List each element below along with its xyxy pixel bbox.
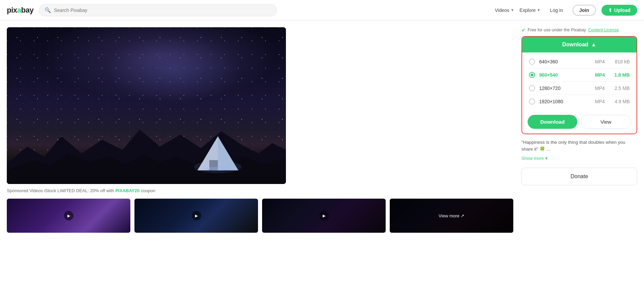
description-text: "Happiness is the only thing that double… — [521, 139, 637, 153]
nav-right: Videos ▼ Explore ▼ Log in Join ⬆ Upload — [495, 5, 637, 16]
view-more-label: View more ↗ — [390, 199, 513, 233]
upload-button[interactable]: ⬆ Upload — [601, 5, 637, 16]
radio-960[interactable] — [529, 72, 535, 78]
chevron-down-icon: ▼ — [537, 8, 541, 12]
option-row-3[interactable]: 1280×720 MP4 2.5 MB — [528, 82, 631, 95]
video-icon-1: ▶ — [64, 211, 74, 220]
thumbnail-1[interactable]: ▶ — [7, 199, 130, 233]
resolution-1280: 1280×720 — [539, 86, 591, 91]
upload-icon: ⬆ — [608, 7, 612, 13]
size-640: 818 kB — [613, 59, 630, 64]
size-1920: 4.9 MB — [613, 99, 630, 104]
explore-dropdown[interactable]: Explore ▼ — [519, 7, 540, 13]
chevron-down-icon: ▼ — [511, 8, 514, 12]
milky-way — [7, 27, 286, 121]
radio-1280[interactable] — [529, 85, 535, 91]
svg-point-6 — [204, 167, 231, 171]
resolution-960: 960×540 — [539, 72, 591, 78]
search-input[interactable] — [54, 7, 271, 13]
size-1280: 2.5 MB — [613, 86, 630, 91]
login-button[interactable]: Log in — [546, 5, 567, 15]
night-sky-image — [7, 27, 286, 184]
coupon-code[interactable]: PIXABAY20 — [115, 188, 140, 193]
option-row-4[interactable]: 1920×1080 MP4 4.9 MB — [528, 95, 631, 108]
view-button[interactable]: View — [581, 115, 631, 129]
video-icon-3: ▶ — [319, 211, 329, 220]
format-640: MP4 — [595, 59, 609, 64]
chevron-up-icon: ▲ — [591, 42, 596, 48]
option-row-1[interactable]: 640×360 MP4 818 kB — [528, 55, 631, 68]
resolution-640: 640×360 — [539, 59, 591, 64]
download-panel: Download ▲ 640×360 MP4 818 kB 960×540 MP… — [521, 36, 637, 134]
join-button[interactable]: Join — [573, 5, 596, 16]
format-1280: MP4 — [595, 86, 609, 91]
format-960: MP4 — [595, 72, 609, 78]
tent — [191, 133, 245, 174]
license-bar: ✔ Free for use under the Pixabay Content… — [521, 27, 637, 33]
svg-marker-4 — [218, 136, 238, 170]
download-toggle-button[interactable]: Download ▲ — [522, 37, 637, 52]
thumbnail-2[interactable]: ▶ — [134, 199, 258, 233]
download-button[interactable]: Download — [528, 115, 577, 129]
media-type-dropdown[interactable]: Videos ▼ — [495, 7, 514, 13]
logo[interactable]: pixabay — [7, 6, 33, 15]
chevron-down-icon: ▾ — [545, 156, 548, 161]
header: pixabay 🔍 Videos ▼ Explore ▼ Log in Join… — [0, 0, 644, 20]
thumbnail-viewmore[interactable]: View more ↗ — [390, 199, 513, 233]
sidebar: ✔ Free for use under the Pixabay Content… — [521, 27, 637, 233]
search-bar[interactable]: 🔍 — [39, 4, 277, 16]
show-more-button[interactable]: Show more ▾ — [521, 156, 637, 161]
main-image — [7, 27, 286, 184]
donate-button[interactable]: Donate — [521, 168, 637, 185]
thumbnails-row: ▶ ▶ ▶ View more ↗ — [7, 199, 513, 233]
radio-1920[interactable] — [529, 98, 535, 105]
sponsored-text: Sponsored Videos iStock LIMITED DEAL: 20… — [7, 188, 513, 193]
download-options: 640×360 MP4 818 kB 960×540 MP4 1.8 MB 12… — [522, 52, 637, 112]
checkmark-icon: ✔ — [521, 27, 526, 33]
video-icon-2: ▶ — [192, 211, 201, 220]
content-area: Sponsored Videos iStock LIMITED DEAL: 20… — [7, 27, 513, 233]
size-960: 1.8 MB — [613, 72, 630, 78]
thumbnail-3[interactable]: ▶ — [262, 199, 386, 233]
main-layout: Sponsored Videos iStock LIMITED DEAL: 20… — [0, 20, 644, 240]
search-icon: 🔍 — [45, 7, 51, 13]
resolution-1920: 1920×1080 — [539, 99, 591, 104]
content-license-link[interactable]: Content License — [588, 28, 619, 32]
radio-640[interactable] — [529, 59, 535, 65]
download-actions: Download View — [522, 112, 637, 134]
format-1920: MP4 — [595, 99, 609, 104]
option-row-2[interactable]: 960×540 MP4 1.8 MB — [528, 68, 631, 82]
